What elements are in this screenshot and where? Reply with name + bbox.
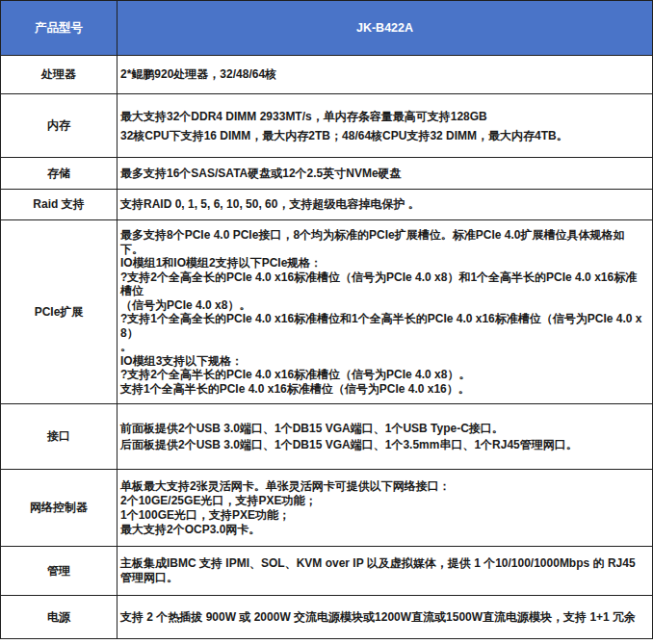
spec-line: 。: [120, 340, 647, 354]
row-label-management: 管理: [1, 547, 118, 595]
spec-line: 前面板提供2个USB 3.0端口、1个DB15 VGA端口、1个USB Type…: [120, 421, 647, 437]
header-model-value: JK-B422A: [118, 1, 652, 55]
row-content-management: 主板集成IBMC 支持 IPMI、SOL、KVM over IP 以及虚拟媒体，…: [118, 547, 652, 595]
row-pcie: PCIe扩展 最多支持8个PCIe 4.0 PCIe接口，8个均为标准的PCIe…: [1, 219, 652, 403]
row-label-processor: 处理器: [1, 56, 118, 93]
header-product-label: 产品型号: [1, 1, 118, 55]
row-processor: 处理器 2*鲲鹏920处理器，32/48/64核: [1, 55, 652, 93]
spec-line: 后面板提供2个USB 3.0端口、1个DB15 VGA端口、1个3.5mm串口、…: [120, 437, 647, 453]
row-management: 管理 主板集成IBMC 支持 IPMI、SOL、KVM over IP 以及虚拟…: [1, 546, 652, 595]
spec-line: 支持RAID 0, 1, 5, 6, 10, 50, 60，支持超级电容掉电保护…: [120, 197, 647, 212]
row-label-memory: 内存: [1, 94, 118, 157]
row-ports: 接口 前面板提供2个USB 3.0端口、1个DB15 VGA端口、1个USB T…: [1, 403, 652, 469]
spec-line: 主板集成IBMC 支持 IPMI、SOL、KVM over IP 以及虚拟媒体，…: [120, 556, 647, 585]
spec-line: IO模组1和IO模组2支持以下PCIe规格：: [120, 256, 647, 270]
row-label-pcie: PCIe扩展: [1, 220, 118, 403]
row-content-processor: 2*鲲鹏920处理器，32/48/64核: [118, 56, 652, 93]
product-spec-table: 产品型号 JK-B422A 处理器 2*鲲鹏920处理器，32/48/64核 内…: [0, 0, 653, 639]
row-label-power: 电源: [1, 596, 118, 638]
spec-line: 最大支持32个DDR4 DIMM 2933MT/s，单内存条容量最高可支持128…: [120, 107, 647, 126]
row-content-network: 单板最大支持2张灵活网卡。单张灵活网卡可提供以下网络接口： 2个10GE/25G…: [118, 470, 652, 546]
spec-line: 2个10GE/25GE光口，支持PXE功能；: [120, 494, 647, 508]
spec-line: 单板最大支持2张灵活网卡。单张灵活网卡可提供以下网络接口：: [120, 479, 647, 494]
row-content-ports: 前面板提供2个USB 3.0端口、1个DB15 VGA端口、1个USB Type…: [118, 404, 652, 469]
row-label-network: 网络控制器: [1, 470, 118, 546]
row-memory: 内存 最大支持32个DDR4 DIMM 2933MT/s，单内存条容量最高可支持…: [1, 93, 652, 157]
header-row: 产品型号 JK-B422A: [1, 1, 652, 55]
spec-line: ?支持2个全高全长的PCIe 4.0 x16标准槽位（信号为PCIe 4.0 x…: [120, 270, 647, 298]
spec-line: IO模组3支持以下规格：: [120, 354, 647, 369]
spec-line: 32核CPU下支持16 DIMM，最大内存2TB；48/64核CPU支持32 D…: [120, 126, 647, 145]
spec-line: 最多支持16个SAS/SATA硬盘或12个2.5英寸NVMe硬盘: [120, 167, 647, 181]
row-storage: 存储 最多支持16个SAS/SATA硬盘或12个2.5英寸NVMe硬盘: [1, 157, 652, 189]
row-raid: Raid 支持 支持RAID 0, 1, 5, 6, 10, 50, 60，支持…: [1, 189, 652, 219]
row-label-storage: 存储: [1, 158, 118, 189]
row-label-ports: 接口: [1, 404, 118, 469]
row-power: 电源 支持 2 个热插拔 900W 或 2000W 交流电源模块或1200W直流…: [1, 595, 652, 638]
spec-line: 支持 2 个热插拔 900W 或 2000W 交流电源模块或1200W直流或15…: [120, 610, 647, 625]
spec-line: （信号为PCIe 4.0 x8）。: [120, 298, 647, 313]
spec-line: ?支持2个全高半长的PCIe 4.0 x16标准槽位（信号为PCIe 4.0 x…: [120, 368, 647, 382]
spec-line: ?支持1个全高全长的PCIe 4.0 x16标准槽位和1个全高半长的PCIe 4…: [120, 312, 647, 340]
spec-line: 最大支持2个OCP3.0网卡。: [120, 523, 647, 537]
spec-line: 最多支持8个PCIe 4.0 PCIe接口，8个均为标准的PCIe扩展槽位。标准…: [120, 228, 647, 256]
spec-line: 2*鲲鹏920处理器，32/48/64核: [120, 67, 647, 82]
row-label-raid: Raid 支持: [1, 190, 118, 219]
row-content-power: 支持 2 个热插拔 900W 或 2000W 交流电源模块或1200W直流或15…: [118, 596, 652, 638]
row-content-storage: 最多支持16个SAS/SATA硬盘或12个2.5英寸NVMe硬盘: [118, 158, 652, 189]
spec-line: 支持1个全高半长的PCIe 4.0 x16标准槽位（信号为PCIe 4.0 x1…: [120, 382, 647, 397]
row-content-raid: 支持RAID 0, 1, 5, 6, 10, 50, 60，支持超级电容掉电保护…: [118, 190, 652, 219]
spec-line: 1个100GE光口，支持PXE功能；: [120, 508, 647, 523]
row-content-pcie: 最多支持8个PCIe 4.0 PCIe接口，8个均为标准的PCIe扩展槽位。标准…: [118, 220, 652, 403]
row-content-memory: 最大支持32个DDR4 DIMM 2933MT/s，单内存条容量最高可支持128…: [118, 94, 652, 157]
row-network: 网络控制器 单板最大支持2张灵活网卡。单张灵活网卡可提供以下网络接口： 2个10…: [1, 469, 652, 546]
